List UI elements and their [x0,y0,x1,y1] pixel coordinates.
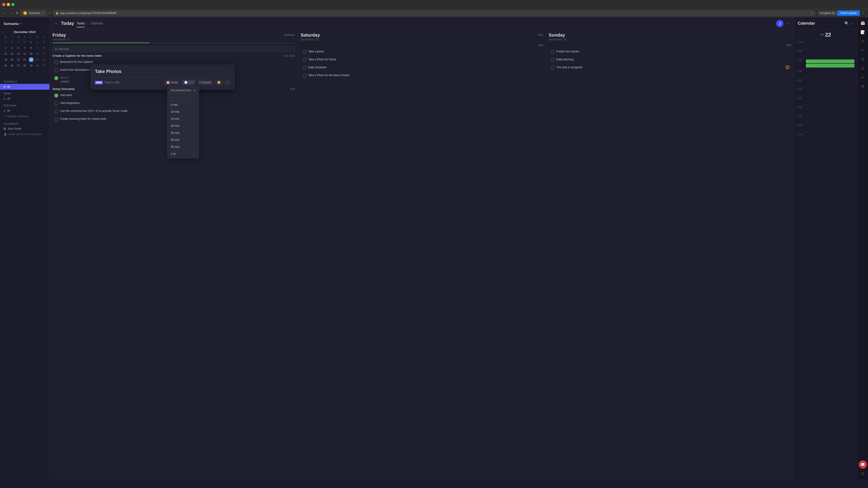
friday-add-task-btn[interactable]: ⊕ Add task [53,46,295,52]
cal-day[interactable]: 28 [9,39,14,44]
cal-day[interactable]: 29 [29,63,34,68]
sidebar-dropdown-icon[interactable]: ▾ [20,22,22,25]
database-icon-btn[interactable]: ⊞ [859,55,867,63]
cal-day[interactable]: 27 [16,63,21,68]
dropdown-item-none[interactable]: --:-- [167,94,199,101]
sidebar-item-work-all[interactable]: # all [0,96,50,102]
task-daily-planning-checkbox[interactable] [550,58,555,62]
dropdown-item-10min[interactable]: 10 min [167,108,199,115]
cal-day[interactable]: 4 [3,45,8,51]
tab-close-btn[interactable]: ✕ [42,11,44,14]
task-assigned[interactable]: This task is assigned! ↺ [549,64,791,71]
expand-btn[interactable]: → [785,21,789,26]
dropdown-item-20min[interactable]: 20 min [167,122,199,129]
cal-day[interactable]: 4 [22,69,27,74]
task-descriptions-checkbox[interactable] [54,68,58,72]
nav-back-btn[interactable]: ← [54,21,58,26]
chat-icon-btn[interactable]: 💬 [859,460,867,468]
sidebar-item-all-active[interactable]: # all [0,84,50,90]
task-photo-news-checkbox[interactable] [303,74,307,78]
cal-day[interactable]: 3 [16,69,21,74]
task-recurring-checkbox[interactable] [54,117,58,121]
github-icon-btn[interactable]: ⌘ [859,82,867,90]
note-icon-btn[interactable]: 📝 [859,28,867,36]
cal-day[interactable]: 22 [29,57,34,62]
task-assigned-checkbox[interactable] [550,66,555,70]
cal-prev-btn[interactable]: ‹ [3,30,4,34]
task-add-integrations-checkbox[interactable] [54,101,58,105]
browser-menu-btn[interactable]: ⋮ [860,10,866,15]
address-bar[interactable]: 🔒 app.sunsama.com/group/1703182764469638… [53,10,816,16]
cal-day[interactable]: 30 [35,63,40,68]
tab-calendar[interactable]: Calendar [90,20,103,27]
cal-day[interactable]: 14 [22,51,27,56]
cal-day[interactable]: 25 [3,63,8,68]
mail-icon-btn[interactable]: ✉ [859,37,867,45]
cal-day[interactable]: 2 [35,39,40,44]
task-brainstorm-checkbox[interactable] [54,60,58,64]
cal-day[interactable]: 31 [41,63,46,68]
finish-update-btn[interactable]: Finish update [837,10,860,16]
dropdown-item-25min[interactable]: 25 min [167,129,199,136]
task-daily-shutdown[interactable]: Daily shutdown [301,64,543,71]
cal-day[interactable]: 3 [41,39,46,44]
task-photo-article[interactable]: Take a Photo for Article [301,56,543,63]
settings-icon-btn[interactable]: ⚙ [859,469,867,478]
cal-day[interactable]: 5 [9,45,14,51]
cal-day[interactable]: 19 [9,57,14,62]
zoom-in-btn[interactable]: 🔍 [844,21,849,26]
cal-day[interactable]: 7 [22,45,27,51]
forward-btn[interactable]: → [8,11,14,15]
close-window-btn[interactable] [2,3,5,6]
cal-day[interactable]: 13 [16,51,21,56]
task-add-tasks-checkbox[interactable]: ✓ [54,94,58,98]
dropdown-item-1hr[interactable]: 1 hr [167,150,199,157]
dropdown-item-30min[interactable]: 30 min [167,136,199,143]
refresh-icon-btn[interactable]: ↻ [859,46,867,54]
task-dec27-checkbox[interactable]: ✓ [54,76,58,80]
cal-day[interactable]: 20 [16,57,21,62]
cal-day[interactable]: 23 [35,57,40,62]
cal-day[interactable]: 24 [41,57,46,62]
dropdown-item-15min[interactable]: 15 min [167,115,199,122]
cal-day[interactable]: 18 [3,57,8,62]
cal-day[interactable]: 11 [3,51,8,56]
cal-day[interactable]: 6 [16,45,21,51]
modal-channel-btn[interactable]: # channel [197,80,213,85]
cal-day[interactable]: 27 [3,39,8,44]
modal-date-btn[interactable]: 📅 Today [164,80,180,85]
invite-btn[interactable]: 👤 Invite someone to Sunsama [0,131,50,137]
modal-time-btn[interactable]: 🕐 --:-- [182,80,195,85]
new-tab-btn[interactable]: + [49,11,51,15]
task-publish-checkbox[interactable] [550,50,555,54]
browser-tab[interactable]: S Sunsama ✕ [20,10,47,16]
cal-day[interactable]: 2 [9,69,14,74]
cal-day[interactable]: 9 [35,45,40,51]
cal-day[interactable]: 1 [3,69,8,74]
expand-right-btn[interactable]: → [850,22,854,26]
task-daily-planning[interactable]: Daily planning [549,56,791,63]
grid-icon-btn[interactable]: ⊟ [859,64,867,72]
tab-tasks[interactable]: Tasks [76,20,85,27]
cal-day[interactable]: 15 [29,51,34,56]
cal-day[interactable]: 21 [22,57,27,62]
back-btn[interactable]: ← [2,11,8,15]
cal-day[interactable]: 17 [41,51,46,56]
cal-day[interactable]: 30 [22,39,27,44]
sidebar-item-personal-all[interactable]: # all [0,108,50,113]
dropdown-item-5min[interactable]: 5 min [167,101,199,108]
cal-day[interactable]: 12 [9,51,14,56]
cal-day[interactable]: 29 [16,39,21,44]
modal-emoji-btn[interactable]: 😊 [215,80,223,85]
cal-next-btn[interactable]: › [46,30,47,34]
cal-day[interactable]: 1 [29,39,34,44]
dropdown-item-45min[interactable]: 45 min [167,143,199,150]
calendar-icon-btn[interactable]: 📅 [859,19,867,27]
cal-day[interactable]: 6 [35,69,40,74]
reload-btn[interactable]: ↻ [14,10,20,15]
minimize-window-btn[interactable] [7,3,10,6]
maximize-window-btn[interactable] [11,3,14,6]
task-publish[interactable]: Publish the Articles [549,48,791,55]
cal-day[interactable]: 28 [22,63,27,68]
task-photo-news[interactable]: Take a Photo for the News Articles [301,72,543,79]
